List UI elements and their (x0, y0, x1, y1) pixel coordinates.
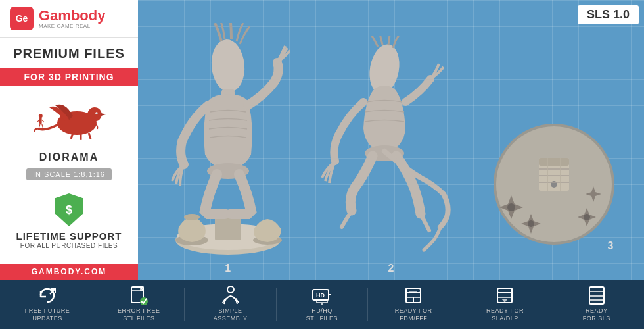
main-content: SLS 1.0 (138, 0, 644, 280)
model-1-svg (166, 23, 290, 260)
stl-label: ERROR-FREESTL FILES (118, 307, 160, 322)
sep-5 (459, 288, 459, 321)
svg-point-10 (97, 113, 98, 114)
model-2-container: 2 (319, 36, 463, 260)
assembly-label: SIMPLEASSEMBLY (214, 307, 248, 322)
bottom-item-stl: ERROR-FREESTL FILES (109, 286, 168, 322)
model-2-number: 2 (388, 263, 394, 274)
hdhq-label: HD/HQSTL FILES (306, 307, 338, 322)
bottom-item-sla: READY FORSLA/DLP (475, 286, 534, 322)
svg-point-20 (209, 38, 246, 93)
support-title: LIFETIME SUPPORT (16, 230, 122, 242)
svg-point-30 (528, 220, 534, 227)
sep-2 (184, 288, 185, 321)
updates-label: FREE FUTUREUPDATES (25, 307, 70, 322)
svg-marker-8 (101, 113, 106, 116)
logo-icon: Ge (10, 7, 34, 30)
fdm-icon (402, 286, 425, 305)
stl-icon (127, 286, 150, 305)
support-shield: $ (55, 193, 83, 226)
diorama-label: DIORAMA (39, 151, 99, 163)
support-area: $ LIFETIME SUPPORT FOR ALL PURCHASED FIL… (0, 187, 138, 253)
sep-4 (367, 288, 368, 321)
model-2-svg (319, 36, 463, 260)
svg-rect-54 (409, 291, 417, 293)
svg-rect-35 (539, 158, 569, 166)
svg-rect-1 (39, 118, 42, 124)
sls-badge: SLS 1.0 (578, 5, 639, 24)
bottom-item-updates: FREE FUTUREUPDATES (18, 286, 77, 322)
svg-line-13 (89, 133, 91, 139)
bottom-item-fdm: READY FORFDM/FFF (384, 286, 443, 322)
sep-3 (276, 288, 277, 321)
for3d-label: FOR 3D PRINTING (0, 68, 138, 86)
sla-label: READY FORSLA/DLP (486, 307, 524, 322)
svg-point-32 (584, 214, 590, 220)
sls-icon (585, 286, 609, 305)
sla-icon (493, 286, 517, 305)
sep-1 (93, 288, 93, 321)
support-subtitle: FOR ALL PURCHASED FILES (20, 242, 118, 249)
logo-area: Ge Gambody MAKE GAME REAL (0, 0, 138, 37)
svg-rect-60 (589, 287, 604, 304)
svg-line-4 (39, 124, 40, 128)
svg-point-28 (507, 203, 515, 211)
svg-point-18 (184, 214, 200, 220)
updates-icon (35, 286, 59, 305)
sep-6 (551, 288, 551, 321)
sls-label: READYFOR SLS (583, 307, 610, 322)
scale-label: IN SCALE 1:8,1:16 (26, 168, 112, 180)
bottom-item-hdhq: HD HD/HQSTL FILES (292, 286, 352, 322)
model-3-svg (492, 122, 616, 247)
svg-rect-57 (497, 288, 512, 293)
mascot-svg (30, 96, 108, 142)
fdm-label: READY FORFDM/FFF (395, 307, 432, 322)
mascot-area (30, 89, 108, 149)
premium-label: PREMIUM FILES (7, 38, 131, 64)
svg-rect-48 (317, 301, 327, 303)
main-container: Ge Gambody MAKE GAME REAL PREMIUM FILES … (0, 0, 644, 329)
model-3-number: 3 (607, 240, 613, 252)
main-layout: Ge Gambody MAKE GAME REAL PREMIUM FILES … (0, 0, 644, 280)
svg-line-5 (42, 124, 43, 128)
bottom-item-sls: READYFOR SLS (567, 286, 626, 322)
svg-line-3 (42, 120, 45, 122)
svg-line-2 (37, 120, 39, 122)
model-1-container: 1 (166, 23, 290, 260)
site-url[interactable]: GAMBODY.COM (0, 264, 138, 280)
bottom-item-assembly: SIMPLEASSEMBLY (201, 286, 260, 322)
logo-text: Gambody MAKE GAME REAL (39, 9, 105, 29)
model-1-number: 1 (225, 263, 231, 274)
svg-text:HD: HD (316, 292, 325, 299)
logo-tagline: MAKE GAME REAL (39, 23, 105, 29)
logo-brand: Gambody (39, 9, 105, 23)
hdhq-icon: HD (310, 286, 334, 305)
assembly-icon (219, 286, 242, 305)
bottom-bar: FREE FUTUREUPDATES ERROR-FREESTL FILES (0, 280, 644, 329)
models-area: 1 (138, 0, 644, 280)
sidebar: Ge Gambody MAKE GAME REAL PREMIUM FILES … (0, 0, 138, 280)
svg-point-0 (39, 114, 43, 118)
svg-point-45 (227, 286, 234, 293)
model-3-container: 3 (492, 122, 616, 247)
svg-point-7 (87, 107, 102, 122)
